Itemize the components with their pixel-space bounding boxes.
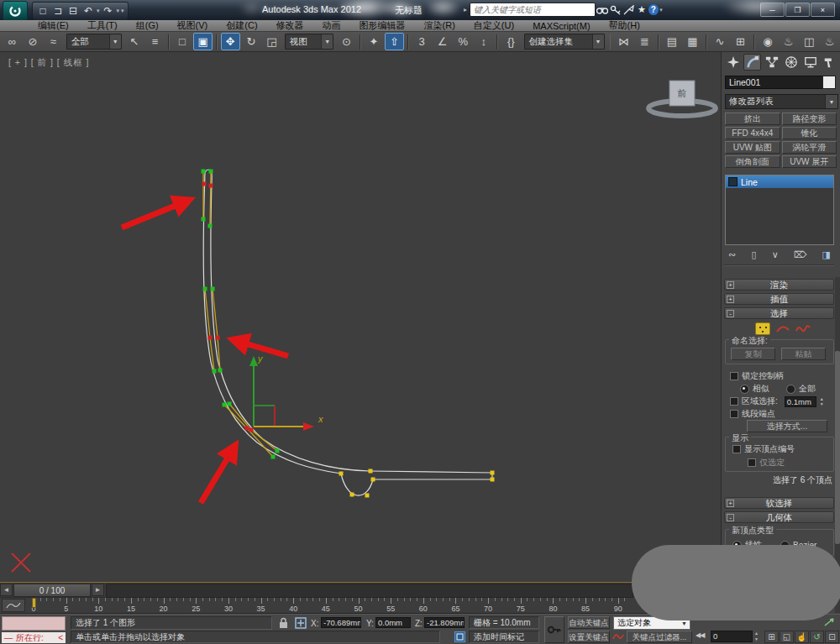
- segment-end-checkbox[interactable]: [730, 410, 738, 418]
- zoom-extents-all-icon[interactable]: ⊞: [764, 631, 779, 643]
- auto-key-button[interactable]: 自动关键点: [568, 616, 610, 629]
- rollout-interpolation[interactable]: + 插值: [724, 293, 834, 305]
- use-pivot-point-center-icon[interactable]: ⊙: [337, 33, 356, 50]
- adaptive-degradation-toggle[interactable]: [454, 631, 465, 642]
- graphite-modeling-tools-icon[interactable]: ▦: [683, 33, 702, 50]
- menu-item-图形编辑器[interactable]: 图形编辑器: [350, 19, 415, 32]
- layer-manager-icon[interactable]: ▤: [663, 33, 682, 50]
- listener-scroll-arrow[interactable]: <: [58, 633, 63, 642]
- menu-item-动画[interactable]: 动画: [313, 19, 350, 32]
- key-filters-button[interactable]: 关键点过滤器...: [627, 631, 692, 643]
- tab-utilities[interactable]: [821, 54, 838, 71]
- select-and-manipulate-icon[interactable]: ✦: [365, 33, 384, 50]
- dropdown-arrow-icon[interactable]: ▼: [109, 34, 121, 49]
- rollout-soft-selection[interactable]: + 软选择: [724, 497, 834, 509]
- spinner-snap-toggle-icon[interactable]: ↕: [474, 33, 493, 50]
- max-application-button[interactable]: [3, 1, 28, 20]
- select-by-button[interactable]: 选择方式...: [747, 420, 827, 432]
- angle-snap-toggle-icon[interactable]: ∠: [433, 33, 452, 50]
- macro-recorder-pane[interactable]: [2, 616, 66, 631]
- vertex-sub-object-icon[interactable]: [755, 322, 770, 335]
- bind-to-space-warp-icon[interactable]: ≈: [44, 33, 63, 50]
- x-coordinate-field[interactable]: -70.689mm: [321, 617, 361, 628]
- open-file-icon[interactable]: ⊐: [51, 5, 65, 17]
- window-crossing-toggle-icon[interactable]: ▣: [193, 33, 213, 50]
- select-object-icon[interactable]: ↖: [125, 33, 144, 50]
- set-keys-button[interactable]: [544, 616, 564, 643]
- tab-modify[interactable]: [743, 54, 761, 71]
- snaps-toggle-3d-icon[interactable]: 3: [412, 33, 432, 50]
- copy-button[interactable]: 复制: [731, 348, 775, 360]
- add-time-tag[interactable]: 添加时间标记: [469, 631, 539, 643]
- render-setup-icon[interactable]: ♨: [779, 33, 798, 50]
- track-bar-ruler[interactable]: 051015202530354045505560657075808590: [0, 598, 632, 614]
- binoculars-search-icon[interactable]: [596, 3, 609, 17]
- select-and-rotate-icon[interactable]: ↻: [242, 33, 261, 50]
- segment-sub-object-icon[interactable]: [776, 323, 790, 335]
- percent-snap-toggle-icon[interactable]: %: [454, 33, 473, 50]
- search-input[interactable]: [470, 3, 596, 17]
- set-key-button[interactable]: 设置关键点: [568, 631, 610, 643]
- undo-icon[interactable]: ↶: [81, 5, 95, 17]
- unlink-selection-icon[interactable]: ⊘: [24, 33, 43, 50]
- viewport-tool-corner-icon[interactable]: [823, 617, 836, 629]
- modifier-stack[interactable]: Line: [725, 175, 834, 245]
- menu-item-工具[interactable]: 工具(T): [78, 19, 127, 32]
- area-selection-checkbox[interactable]: [730, 397, 738, 406]
- rollout-rendering[interactable]: + 渲染: [724, 279, 834, 291]
- caret-down-icon[interactable]: ▾: [117, 8, 120, 14]
- select-and-move-icon[interactable]: ✥: [221, 33, 240, 50]
- select-by-name-icon[interactable]: ≡: [145, 33, 165, 50]
- orbit-viewport-icon[interactable]: ↺: [810, 631, 824, 643]
- modifier-button-倒角剖面[interactable]: 倒角剖面: [725, 155, 780, 168]
- current-frame-field[interactable]: 0: [711, 631, 753, 642]
- spinner-arrows-icon[interactable]: ▲▼: [820, 396, 824, 406]
- dropdown-arrow-icon[interactable]: ▼: [679, 620, 690, 626]
- time-slider-handle[interactable]: 0 / 100: [13, 584, 91, 597]
- listener-pane[interactable]: — 所在行: <: [2, 632, 66, 643]
- render-production-icon[interactable]: ♨: [820, 33, 839, 50]
- tab-motion[interactable]: [782, 54, 800, 71]
- paste-button[interactable]: 粘贴: [781, 348, 826, 360]
- maximize-button[interactable]: ❐: [785, 3, 810, 17]
- previous-frame-button[interactable]: ◄: [0, 584, 13, 596]
- minimize-button[interactable]: ─: [760, 3, 785, 17]
- modifier-button-UVW 展开[interactable]: UVW 展开: [782, 155, 837, 168]
- help-flyout-caret-icon[interactable]: ▼: [659, 8, 664, 13]
- lock-handles-checkbox[interactable]: [730, 372, 738, 380]
- reference-coordinate-system-dropdown[interactable]: 视图▼: [285, 34, 333, 50]
- redo-icon[interactable]: ↷: [102, 5, 115, 17]
- flyout-arrow-icon[interactable]: ▸: [464, 6, 467, 13]
- new-file-icon[interactable]: □: [36, 5, 50, 17]
- configure-modifier-sets-icon[interactable]: ◨: [822, 249, 831, 260]
- show-end-result-icon[interactable]: ▯: [751, 249, 756, 260]
- alike-radio[interactable]: [740, 385, 749, 394]
- named-selection-sets-dropdown[interactable]: 创建选择集▼: [524, 34, 605, 50]
- menu-item-组[interactable]: 组(G): [127, 19, 168, 32]
- schematic-view-icon[interactable]: ⊞: [731, 33, 750, 50]
- select-and-scale-icon[interactable]: ◲: [262, 33, 281, 50]
- modifier-button-挤出[interactable]: 挤出: [725, 113, 780, 125]
- make-unique-icon[interactable]: ∨: [772, 249, 779, 260]
- communication-center-icon[interactable]: [622, 3, 635, 17]
- caret-down-icon[interactable]: ▾: [97, 8, 100, 14]
- mirror-icon[interactable]: ⋈: [614, 33, 633, 50]
- rectangular-selection-region-icon[interactable]: □: [173, 33, 192, 50]
- rollout-geometry[interactable]: - 几何体: [724, 511, 834, 523]
- maximize-viewport-toggle-icon[interactable]: ⊡: [825, 631, 839, 643]
- tab-create[interactable]: [724, 54, 742, 71]
- menu-item-创建[interactable]: 创建(C): [217, 19, 266, 32]
- modifier-button-FFD 4x4x4[interactable]: FFD 4x4x4: [725, 127, 780, 139]
- next-frame-button[interactable]: ►: [92, 584, 104, 596]
- keyboard-shortcut-override-icon[interactable]: ⇧: [385, 33, 404, 50]
- close-button[interactable]: ×: [811, 3, 835, 17]
- selected-only-checkbox[interactable]: [748, 458, 756, 467]
- time-slider-frame-marker[interactable]: [32, 598, 36, 608]
- all-radio[interactable]: [786, 385, 795, 394]
- curve-editor-icon[interactable]: ∿: [711, 33, 730, 50]
- menu-item-cript[interactable]: MAXScript(M): [523, 21, 599, 31]
- zoom-region-icon[interactable]: ◱: [780, 631, 794, 643]
- menu-item-编辑[interactable]: 编辑(E): [29, 19, 78, 32]
- go-to-start-button[interactable]: ◀◀: [696, 631, 704, 639]
- y-coordinate-field[interactable]: 0.0mm: [375, 617, 411, 628]
